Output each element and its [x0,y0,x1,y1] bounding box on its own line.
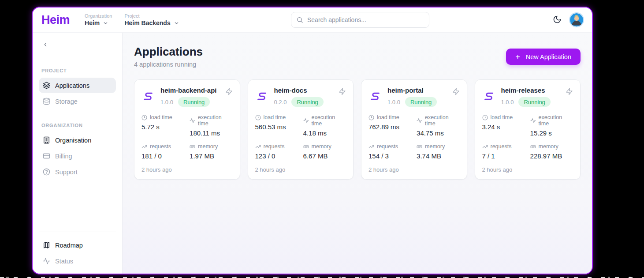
memory-icon [190,144,195,150]
app-name: heim-docs [274,86,333,94]
activity-icon [303,118,309,124]
clock-icon [255,115,261,120]
project-label: Project [124,13,179,19]
stat-execution-time: execution time 180.11 ms [190,114,232,137]
app-name: heim-portal [387,86,447,94]
sidebar-item-billing[interactable]: Billing [39,148,116,164]
sidebar-item-roadmap[interactable]: Roadmap [39,237,116,253]
sidebar-item-label: Storage [55,98,78,105]
sidebar-collapse-button[interactable] [41,40,50,49]
app-name: heim-releases [501,86,560,94]
stat-value: 123 / 0 [255,152,303,160]
sidebar-footer: Roadmap Status [39,232,116,269]
status-badge: Running [291,97,323,107]
applications-grid: heim-backend-api 1.0.0 Running load time… [134,79,581,180]
trending-up-icon [369,144,374,150]
stat-memory: memory 1.97 MB [190,143,232,160]
app-window: Heim Organization Heim Project Heim Back… [32,7,593,274]
status-badge: Running [518,97,550,107]
topbar-right [553,13,583,26]
activity-icon [190,118,195,124]
stat-memory: memory 6.67 MB [303,143,346,160]
last-updated: 2 hours ago [482,166,573,173]
dark-mode-toggle[interactable] [553,15,562,25]
chevron-down-icon [103,20,108,26]
activity-icon [530,118,536,124]
page-header: Applications 4 applications running + Ne… [134,45,581,68]
sidebar-item-label: Status [55,258,73,265]
sidebar-item-label: Billing [55,153,72,160]
last-updated: 2 hours ago [141,166,233,173]
stat-value: 560.53 ms [255,123,303,131]
stat-memory: memory 3.74 MB [417,143,459,160]
project-switcher[interactable]: Project Heim Backends [124,13,179,26]
user-avatar[interactable] [570,13,583,26]
stat-execution-time: execution time 15.29 s [530,114,573,137]
sidebar-item-label: Roadmap [55,242,83,249]
last-updated: 2 hours ago [255,166,346,173]
chevron-left-icon [42,41,48,48]
stat-value: 6.67 MB [303,152,346,160]
trending-up-icon [141,144,147,150]
moon-icon [553,15,562,24]
building-icon [43,136,50,144]
sidebar-item-organisation[interactable]: Organisation [39,132,116,148]
sidebar-item-storage[interactable]: Storage [39,94,116,109]
sidebar-item-status[interactable]: Status [39,253,116,269]
app-route-icon [482,90,495,102]
stat-value: 34.75 ms [417,129,459,137]
stat-execution-time: execution time 34.75 ms [417,114,459,137]
application-card[interactable]: heim-releases 1.0.0 Running load time 3.… [475,79,581,180]
stat-value: 3.74 MB [417,152,459,160]
organization-value: Heim [85,19,100,26]
stat-value: 154 / 3 [369,152,417,160]
sidebar-item-label: Support [55,169,78,176]
stat-requests: requests 181 / 0 [141,143,190,160]
stat-load-time: load time 3.24 s [482,114,530,137]
stat-requests: requests 7 / 1 [482,143,530,160]
stat-value: 15.29 s [530,129,573,137]
clock-icon [482,115,488,120]
zap-icon [339,88,346,95]
top-bar: Heim Organization Heim Project Heim Back… [33,8,592,33]
application-card[interactable]: heim-backend-api 1.0.0 Running load time… [134,79,240,180]
heim-logo: Heim [41,13,70,27]
stat-value: 762.89 ms [369,123,417,131]
stat-value: 3.24 s [482,123,530,131]
search-box[interactable] [291,12,429,28]
memory-icon [417,144,422,150]
sidebar-item-support[interactable]: Support [39,164,116,180]
credit-card-icon [43,152,50,160]
stat-load-time: load time 762.89 ms [369,114,417,137]
bottom-ruler-ticks [0,276,644,278]
sidebar-item-label: Organisation [55,137,91,144]
search-icon [296,16,303,23]
organization-switcher[interactable]: Organization Heim [85,13,112,26]
application-card[interactable]: heim-docs 0.2.0 Running load time 560.53… [248,79,354,180]
organization-label: Organization [85,13,112,19]
database-icon [43,98,50,105]
zap-icon [225,88,233,95]
status-badge: Running [178,97,210,107]
page-subtitle: 4 applications running [134,61,203,68]
stat-value: 7 / 1 [482,152,530,160]
stat-value: 5.72 s [141,123,190,131]
last-updated: 2 hours ago [369,166,460,173]
new-application-button[interactable]: + New Application [506,49,581,65]
project-section-label: PROJECT [41,68,113,73]
trending-up-icon [482,144,488,150]
stat-load-time: load time 5.72 s [141,114,190,137]
chevron-down-icon [174,20,179,26]
stat-execution-time: execution time 4.18 ms [303,114,346,137]
page-title: Applications [134,45,203,59]
memory-icon [303,144,309,150]
stat-requests: requests 123 / 0 [255,143,303,160]
app-version: 1.0.0 [501,99,514,105]
app-version: 0.2.0 [274,99,287,105]
stat-requests: requests 154 / 3 [369,143,417,160]
application-card[interactable]: heim-portal 1.0.0 Running load time 762.… [361,79,467,180]
stat-value: 181 / 0 [141,152,190,160]
search-input[interactable] [307,16,424,23]
sidebar-item-applications[interactable]: Applications [39,78,116,93]
help-circle-icon [43,168,50,176]
